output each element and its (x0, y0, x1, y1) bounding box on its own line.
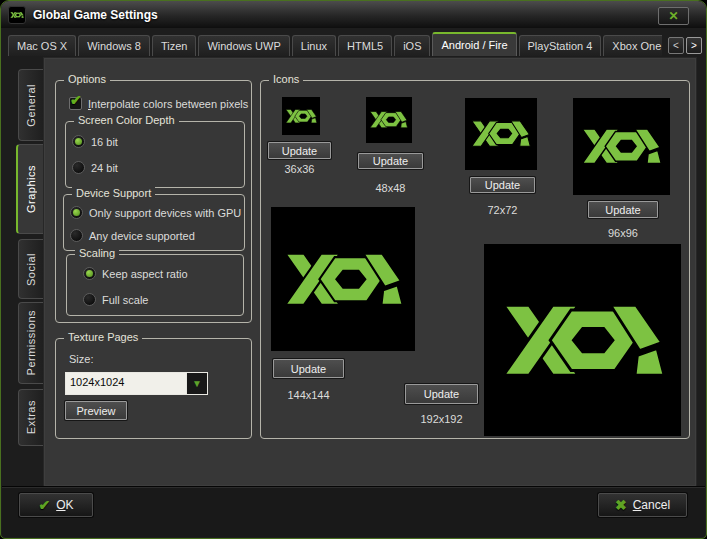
update-192-button[interactable]: Update (405, 384, 478, 404)
tab-tizen[interactable]: Tizen (152, 35, 197, 56)
cancel-button[interactable]: ✖ Cancel (598, 493, 687, 517)
size-72-label: 72x72 (470, 204, 535, 216)
sidetab-graphics[interactable]: Graphics (16, 144, 43, 234)
icon-preview-96-gamemaker-logo-icon (573, 98, 670, 195)
cancel-button-label: Cancel (633, 498, 670, 512)
graphics-settings-panel: Options ✔ Interpolate colors between pix… (43, 57, 697, 487)
interpolate-colors-checkbox-row[interactable]: ✔ Interpolate colors between pixels (69, 97, 248, 110)
global-game-settings-window: Global Game Settings ✕ Mac OS X Windows … (0, 0, 707, 539)
ok-button[interactable]: ✔ OK (19, 493, 93, 517)
tab-scroll-left-button[interactable]: < (668, 37, 684, 54)
tab-html5[interactable]: HTML5 (338, 35, 392, 56)
radio-any-device-label: Any device supported (89, 230, 195, 242)
tab-windows-uwp[interactable]: Windows UWP (198, 35, 289, 56)
ok-button-label: OK (56, 498, 73, 512)
icons-group-title: Icons (269, 73, 303, 85)
size-144-label: 144x144 (273, 389, 344, 401)
icon-preview-36-gamemaker-logo-icon (282, 97, 320, 135)
texture-size-dropdown[interactable]: 1024x1024 ▼ (65, 372, 208, 395)
update-36-label: Update (282, 145, 317, 157)
update-144-button[interactable]: Update (273, 359, 344, 378)
size-96-label: 96x96 (588, 227, 658, 239)
update-144-label: Update (291, 363, 326, 375)
size-192-label: 192x192 (405, 413, 478, 425)
radio-any-device[interactable]: Any device supported (70, 229, 195, 242)
title-bar[interactable]: Global Game Settings ✕ (1, 1, 706, 28)
check-icon: ✔ (38, 497, 50, 513)
texture-pages-title: Texture Pages (64, 331, 142, 343)
chevron-right-icon: > (691, 40, 697, 51)
radio-24-bit-circle[interactable] (72, 161, 85, 174)
preview-button-label: Preview (76, 405, 115, 417)
update-96-label: Update (605, 204, 640, 216)
platform-tab-bar: Mac OS X Windows 8 Tizen Windows UWP Lin… (8, 32, 662, 56)
update-72-button[interactable]: Update (470, 177, 535, 193)
sidetab-permissions[interactable]: Permissions (18, 302, 43, 384)
radio-keep-aspect[interactable]: Keep aspect ratio (83, 267, 188, 280)
radio-gpu-only-label: Only support devices with GPU (89, 207, 241, 219)
gamemaker-logo-icon (8, 6, 26, 24)
interpolate-colors-checkbox[interactable]: ✔ (69, 97, 82, 110)
dropdown-arrow-button[interactable]: ▼ (186, 373, 207, 394)
update-48-button[interactable]: Update (358, 153, 423, 169)
update-48-label: Update (373, 155, 408, 167)
icon-preview-144-gamemaker-logo-icon (271, 207, 415, 351)
options-group: Options ✔ Interpolate colors between pix… (55, 80, 252, 323)
sidetab-general-label: General (25, 84, 37, 127)
tab-windows-8[interactable]: Windows 8 (78, 35, 150, 56)
radio-gpu-only-circle[interactable] (70, 206, 83, 219)
scaling-group: Scaling Keep aspect ratio Full scale (66, 254, 244, 316)
interpolate-colors-label: Interpolate colors between pixels (88, 98, 248, 110)
screen-color-depth-title: Screen Color Depth (74, 114, 179, 126)
icon-preview-48-gamemaker-logo-icon (366, 97, 412, 143)
sidetab-extras[interactable]: Extras (18, 389, 43, 446)
preview-button[interactable]: Preview (65, 401, 127, 420)
tab-scroll-right-button[interactable]: > (686, 37, 702, 54)
update-96-button[interactable]: Update (588, 201, 658, 218)
radio-full-scale[interactable]: Full scale (83, 293, 148, 306)
close-button[interactable]: ✕ (658, 7, 689, 25)
size-label: Size: (69, 353, 93, 365)
size-36-label: 36x36 (268, 163, 331, 175)
update-36-button[interactable]: Update (268, 142, 331, 159)
check-icon: ✔ (70, 92, 82, 108)
side-tab-bar: General Graphics Social Permissions Extr… (1, 57, 43, 486)
tab-mac-os-x[interactable]: Mac OS X (8, 35, 76, 56)
sidetab-extras-label: Extras (25, 400, 37, 434)
icon-preview-72-gamemaker-logo-icon (465, 98, 537, 170)
update-72-label: Update (485, 179, 520, 191)
radio-keep-aspect-label: Keep aspect ratio (102, 268, 188, 280)
icon-preview-192-gamemaker-logo-icon (484, 244, 681, 436)
tab-playstation-4[interactable]: PlayStation 4 (519, 35, 602, 56)
size-48-label: 48x48 (358, 182, 423, 194)
radio-any-device-circle[interactable] (70, 229, 83, 242)
radio-full-scale-circle[interactable] (83, 293, 96, 306)
chevron-down-icon: ▼ (192, 378, 202, 389)
tab-linux[interactable]: Linux (292, 35, 336, 56)
device-support-group: Device Support Only support devices with… (63, 194, 245, 251)
texture-size-value: 1024x1024 (66, 373, 186, 394)
update-192-label: Update (424, 388, 459, 400)
screen-color-depth-group: Screen Color Depth 16 bit 24 bit (65, 121, 245, 188)
texture-pages-group: Texture Pages Size: 1024x1024 ▼ Preview (55, 338, 252, 439)
sidetab-general[interactable]: General (18, 69, 43, 141)
icons-group: Icons Update 36x36 Update 48x48 Upda (260, 80, 690, 439)
radio-24-bit[interactable]: 24 bit (72, 161, 118, 174)
radio-gpu-only[interactable]: Only support devices with GPU (70, 206, 241, 219)
radio-keep-aspect-circle[interactable] (83, 267, 96, 280)
window-title: Global Game Settings (33, 8, 158, 22)
sidetab-social-label: Social (25, 253, 37, 286)
x-icon: ✖ (615, 497, 627, 513)
radio-16-bit[interactable]: 16 bit (72, 135, 118, 148)
tab-xbox-one[interactable]: Xbox One (603, 35, 662, 56)
sidetab-social[interactable]: Social (18, 239, 43, 299)
tab-ios[interactable]: iOS (394, 35, 430, 56)
radio-full-scale-label: Full scale (102, 294, 148, 306)
scaling-title: Scaling (75, 247, 119, 259)
radio-16-bit-label: 16 bit (91, 136, 118, 148)
close-icon: ✕ (668, 10, 678, 22)
tab-android-fire[interactable]: Android / Fire (432, 32, 516, 56)
radio-16-bit-circle[interactable] (72, 135, 85, 148)
chevron-left-icon: < (673, 40, 679, 51)
device-support-title: Device Support (72, 187, 155, 199)
